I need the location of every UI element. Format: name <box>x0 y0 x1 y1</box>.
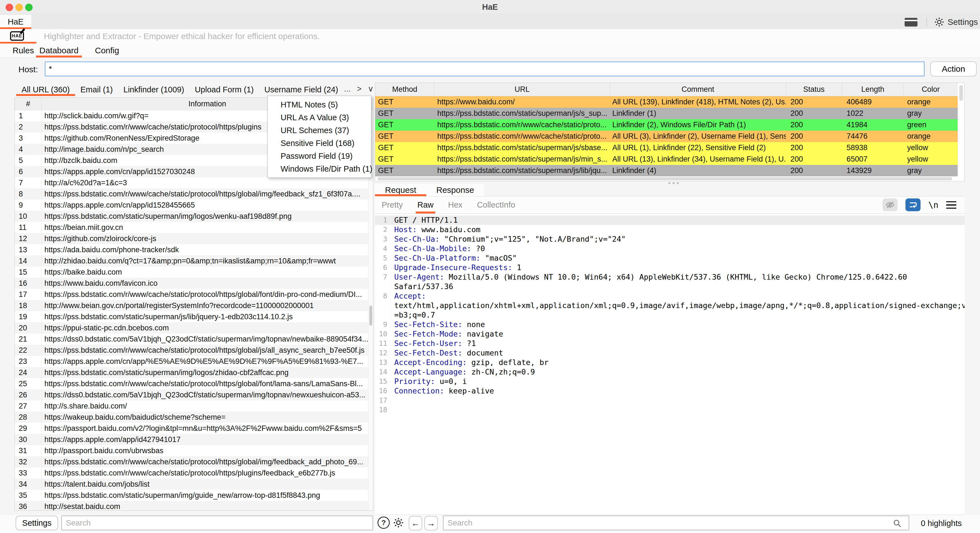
left-settings-button[interactable]: Settings <box>16 516 58 530</box>
table-row[interactable]: 31http://passport.baidu.com/ubrwsbas <box>15 445 373 456</box>
table-row[interactable]: 36http://sestat.baidu.com <box>15 501 373 511</box>
previous-match-button[interactable]: ← <box>409 516 422 530</box>
toggle-visibility-button[interactable] <box>883 198 897 211</box>
table-row[interactable]: 20https://ppui-static-pc.cdn.bcebos.com <box>15 322 373 333</box>
tab-raw[interactable]: Raw <box>416 197 435 214</box>
table-row[interactable]: 12https://github.com/zloirock/core-js <box>15 233 373 244</box>
column-header-method[interactable]: Method <box>375 83 434 96</box>
table-row[interactable]: GEThttps://pss.bdstatic.com/static/super… <box>375 165 964 176</box>
tab-hae[interactable]: HaE <box>0 15 31 29</box>
table-row[interactable]: 33https://pss.bdstatic.com/r/www/cache/s… <box>15 468 373 479</box>
table-row[interactable]: 32https://pss.bdstatic.com/r/www/cache/s… <box>15 456 373 468</box>
scrollbar-thumb[interactable] <box>377 177 952 180</box>
action-button[interactable]: Action <box>930 61 977 76</box>
table-row[interactable]: GEThttps://www.baidu.com/All URL (139), … <box>375 96 964 108</box>
table-row[interactable]: 8https://pss.bdstatic.com/r/www/cache/st… <box>15 188 373 200</box>
table-row[interactable]: 26https://dss0.bdstatic.com/5aV1bjqh_Q23… <box>15 389 373 400</box>
dropdown-item[interactable]: Windows File/Dir Path (1) <box>268 162 371 175</box>
table-row[interactable]: 19https://pss.bdstatic.com/static/superm… <box>15 311 373 322</box>
table-row[interactable]: GEThttps://pss.bdstatic.com/static/super… <box>375 142 964 154</box>
tab-response[interactable]: Response <box>426 184 484 196</box>
left-tab[interactable]: All URL (360) <box>16 83 75 96</box>
table-row[interactable]: 22https://pss.bdstatic.com/r/www/cache/s… <box>15 345 373 356</box>
chevron-down-icon[interactable]: ∨ <box>368 84 374 94</box>
traffic-table-hscrollbar[interactable] <box>375 176 958 181</box>
table-row[interactable]: 25https://pss.bdstatic.com/r/www/cache/s… <box>15 378 373 389</box>
table-row[interactable]: 17https://pss.bdstatic.com/r/www/cache/s… <box>15 289 373 300</box>
table-row[interactable]: 21https://dss0.bdstatic.com/5aV1bjqh_Q23… <box>15 333 373 345</box>
overflow-dots[interactable]: ... <box>344 84 351 94</box>
scrollbar-thumb[interactable] <box>959 85 963 101</box>
table-row[interactable]: 7http://a/c%20d?a=1&c=3 <box>15 177 373 188</box>
code-text: Sec-Ch-Ua-Platform: "macOS" <box>391 254 965 263</box>
tab-request[interactable]: Request <box>375 184 426 196</box>
left-tab[interactable]: Username Field (24) <box>259 83 344 96</box>
table-row[interactable]: 28https://wakeup.baidu.com/baidudict/sch… <box>15 412 373 423</box>
layout-icon[interactable] <box>905 18 918 27</box>
table-row[interactable]: GEThttps://pss.bdstatic.com/static/super… <box>375 154 964 165</box>
table-row[interactable]: 15https://baike.baidu.com <box>15 266 373 278</box>
request-editor[interactable]: 1GET / HTTP/1.12Host: www.baidu.com3Sec-… <box>375 214 965 515</box>
tab-rules[interactable]: Rules <box>13 44 34 57</box>
column-header-length[interactable]: Length <box>842 83 904 96</box>
extension-header: HAE Highlighter and Extractor - Empower … <box>0 29 980 44</box>
tab-config[interactable]: Config <box>95 44 119 57</box>
editor-menu-icon[interactable] <box>946 201 956 209</box>
cell-length: 143929 <box>842 165 904 176</box>
column-header-url[interactable]: URL <box>434 83 610 96</box>
table-row[interactable]: 29https://passport.baidu.com/v2/?login&t… <box>15 423 373 434</box>
next-match-button[interactable]: → <box>425 516 438 530</box>
dropdown-item[interactable]: URL Schemes (37) <box>268 124 371 137</box>
table-row[interactable]: GEThttps://pss.bdstatic.com/r/www/cache/… <box>375 119 964 131</box>
tab-collectinfo[interactable]: CollectInfo <box>475 197 517 214</box>
table-row[interactable]: 14http://zhidao.baidu.com/q?ct=17&amp;pn… <box>15 255 373 266</box>
help-button[interactable]: ? <box>377 517 390 529</box>
table-row[interactable]: 9https://apps.apple.com/cn/app/id1528455… <box>15 200 373 211</box>
table-row[interactable]: 24https://pss.bdstatic.com/static/superm… <box>15 367 373 378</box>
traffic-table-vscrollbar[interactable] <box>958 83 964 176</box>
host-input[interactable] <box>45 61 925 76</box>
table-row[interactable]: 34https://talent.baidu.com/jobs/list <box>15 479 373 490</box>
settings-button[interactable]: Settings <box>934 15 978 29</box>
table-row[interactable]: 16https://www.baidu.com/favicon.ico <box>15 278 373 289</box>
table-row[interactable]: 27http://s.share.baidu.com/ <box>15 400 373 412</box>
dropdown-item[interactable]: Sensitive Field (168) <box>268 137 371 149</box>
cell-comment: All URL (3), Linkfinder (2), Username Fi… <box>610 131 786 142</box>
dropdown-item[interactable]: URL As A Value (3) <box>268 111 371 124</box>
tab-pretty[interactable]: Pretty <box>380 197 404 214</box>
tab-databoard[interactable]: Databoard <box>39 44 78 57</box>
table-row[interactable]: 10https://pss.bdstatic.com/static/superm… <box>15 211 373 222</box>
header-value: ?1 <box>462 339 476 348</box>
left-tab[interactable]: Linkfinder (1009) <box>118 83 189 96</box>
header-value: Safari/537.36 <box>394 282 453 291</box>
column-header-index[interactable]: # <box>15 98 41 110</box>
table-row[interactable]: GEThttps://pss.bdstatic.com/r/www/cache/… <box>375 131 964 142</box>
table-row[interactable]: 11https://beian.miit.gov.cn <box>15 222 373 233</box>
word-wrap-button[interactable] <box>905 198 921 211</box>
left-search-input[interactable] <box>61 516 373 530</box>
editor-settings-button[interactable] <box>391 516 406 529</box>
table-row[interactable]: GEThttps://pss.bdstatic.com/static/super… <box>375 108 964 119</box>
cell-status: 200 <box>786 142 842 154</box>
left-tab[interactable]: Upload Form (1) <box>189 83 259 96</box>
column-header-color[interactable]: Color <box>904 83 958 96</box>
dropdown-item[interactable]: HTML Notes (5) <box>268 98 371 111</box>
overflow-more-icon[interactable]: > <box>357 84 361 94</box>
row-index: 19 <box>15 311 41 322</box>
scrollbar-thumb[interactable] <box>369 306 372 326</box>
table-row[interactable]: 30https://apps.apple.com/app/id427941017 <box>15 434 373 445</box>
table-row[interactable]: 18http://www.beian.gov.cn/portal/registe… <box>15 300 373 311</box>
column-header-comment[interactable]: Comment <box>610 83 786 96</box>
header-name: Accept-Encoding: <box>394 358 467 367</box>
newline-toggle[interactable]: \n <box>928 200 939 210</box>
code-text: =b3;q=0.7 <box>391 310 965 320</box>
editor-search-input[interactable] <box>443 516 909 530</box>
table-row[interactable]: 23https://apps.apple.com/cn/app/%E5%AE%9… <box>15 356 373 367</box>
left-tab[interactable]: Email (1) <box>75 83 118 96</box>
dropdown-item[interactable]: Password Field (19) <box>268 149 371 162</box>
table-row[interactable]: 35https://pss.bdstatic.com/static/superm… <box>15 490 373 501</box>
table-row[interactable]: 13https://ada.baidu.com/phone-tracker/sd… <box>15 244 373 255</box>
column-header-status[interactable]: Status <box>786 83 842 96</box>
row-index: 26 <box>15 389 41 400</box>
tab-hex[interactable]: Hex <box>447 197 464 214</box>
